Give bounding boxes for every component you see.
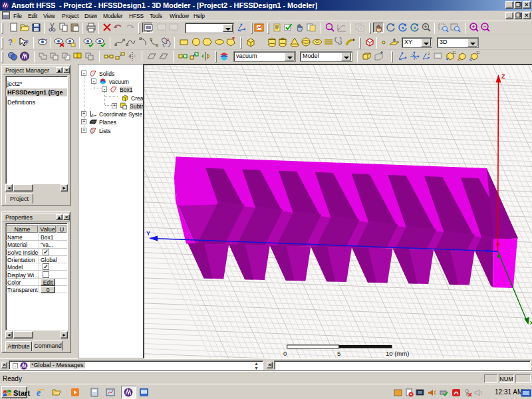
svg-text:?: ? xyxy=(25,39,29,47)
svg-text:0: 0 xyxy=(283,350,287,357)
svg-text:?: ? xyxy=(8,38,13,47)
svg-text:Y: Y xyxy=(146,230,150,237)
svg-text:12: 12 xyxy=(452,51,456,55)
svg-text:Z: Z xyxy=(501,73,505,80)
svg-text:2: 2 xyxy=(428,52,430,56)
svg-text:5: 5 xyxy=(337,350,340,357)
svg-text:e: e xyxy=(37,388,41,397)
svg-text:10 (mm): 10 (mm) xyxy=(386,350,409,357)
svg-text:12: 12 xyxy=(476,51,479,55)
